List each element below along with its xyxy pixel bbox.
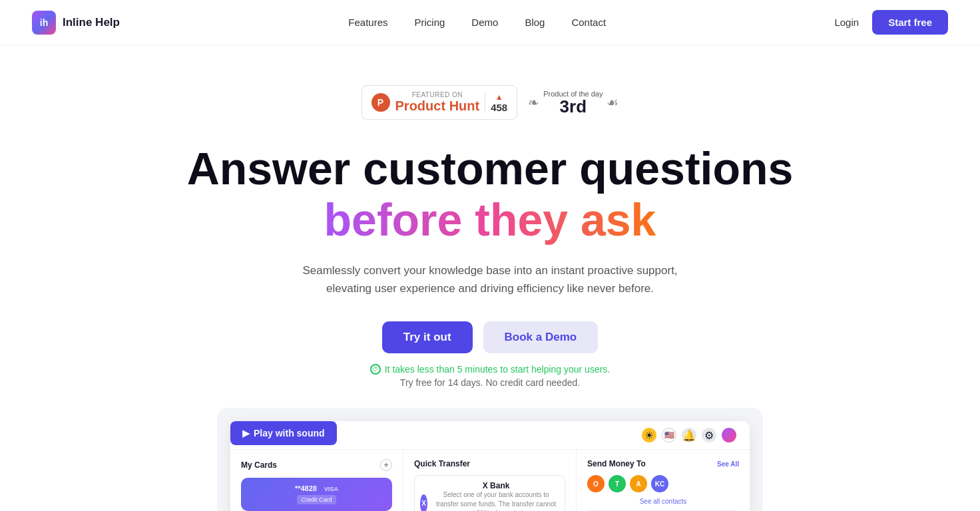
hero-note-free: Try free for 14 days. No credit card nee… <box>400 377 580 388</box>
ph-badges: P FEATURED ON Product Hunt ▲ 458 ❧ Produ… <box>362 85 619 120</box>
play-sound-button[interactable]: ▶ Play with sound <box>230 421 337 445</box>
logo-icon: ih <box>32 11 56 35</box>
transfer-item[interactable]: X X Bank Select one of your bank account… <box>414 475 565 511</box>
transfer-desc: Select one of your bank accounts to tran… <box>433 490 559 511</box>
avatar-2[interactable]: T <box>609 475 626 492</box>
credit-card: **4828 VISA Credit Card <box>241 478 392 511</box>
app-icons: ☀ 🇺🇸 🔔 ⚙ <box>642 428 736 442</box>
my-cards-col: My Cards + **4828 VISA Credit Card Card … <box>230 450 403 511</box>
ph-name: Product Hunt <box>395 98 480 114</box>
laurel-right-icon: ☙ <box>607 94 618 110</box>
ph-icon: P <box>371 93 390 112</box>
hero-ctas: Try it out Book a Demo <box>382 321 598 353</box>
hero-heading-line1: Answer customer questions <box>187 143 794 194</box>
ph-badge-text: FEATURED ON Product Hunt <box>395 91 480 114</box>
play-icon: ▶ <box>242 428 250 438</box>
hero-heading-line2: before they ask <box>324 194 656 245</box>
sun-icon: ☀ <box>642 428 656 442</box>
settings-icon[interactable]: ⚙ <box>702 428 716 442</box>
see-all-link[interactable]: See All <box>717 460 739 468</box>
navbar: ih Inline Help Features Pricing Demo Blo… <box>0 0 980 45</box>
card-number: **4828 VISA <box>249 484 384 492</box>
laurel-left-icon: ❧ <box>528 94 539 110</box>
bell-icon[interactable]: 🔔 <box>682 428 696 442</box>
quick-transfer-col: Quick Transfer X X Bank Select one of yo… <box>403 450 577 511</box>
hero-note-time: ⏱ It takes less than 5 minutes to start … <box>370 364 611 375</box>
quick-transfer-title: Quick Transfer <box>414 459 565 468</box>
hero-section: P FEATURED ON Product Hunt ▲ 458 ❧ Produ… <box>0 45 980 511</box>
ph-arrow-icon: ▲ <box>495 92 503 102</box>
clock-icon: ⏱ <box>370 364 381 375</box>
avatar-3[interactable]: A <box>630 475 647 492</box>
logo-text: Inline Help <box>63 16 120 29</box>
demo-section: ▶ Play with sound ☰ Overview ☀ 🇺🇸 🔔 ⚙ <box>204 408 776 511</box>
ph-count: 458 <box>491 102 507 113</box>
my-cards-title: My Cards + <box>241 459 392 471</box>
nav-features[interactable]: Features <box>348 17 387 28</box>
nav-actions: Login Start free <box>834 10 948 35</box>
add-card-button[interactable]: + <box>380 459 392 471</box>
try-it-out-button[interactable]: Try it out <box>382 321 473 353</box>
logo-link[interactable]: ih Inline Help <box>32 11 120 35</box>
potd-rank: 3rd <box>543 98 603 115</box>
transfer-details: X Bank Select one of your bank accounts … <box>433 481 559 511</box>
ph-count-box: ▲ 458 <box>485 92 507 113</box>
potd-text: Product of the day 3rd <box>543 90 603 115</box>
transfer-bank-icon: X <box>420 494 427 511</box>
nav-links: Features Pricing Demo Blog Contact <box>348 17 606 28</box>
nav-contact[interactable]: Contact <box>571 17 606 28</box>
transfer-bank-name: X Bank <box>433 481 559 490</box>
see-contacts-link[interactable]: See all contacts <box>587 498 739 505</box>
hero-note: ⏱ It takes less than 5 minutes to start … <box>370 364 611 388</box>
nav-demo[interactable]: Demo <box>471 17 498 28</box>
ph-featured-label: FEATURED ON <box>395 91 480 98</box>
app-content: My Cards + **4828 VISA Credit Card Card … <box>230 450 750 511</box>
demo-card: ▶ Play with sound ☰ Overview ☀ 🇺🇸 🔔 ⚙ <box>217 408 763 511</box>
card-label: Credit Card <box>297 495 336 504</box>
hero-subtext: Seamlessly convert your knowledge base i… <box>290 261 690 297</box>
product-hunt-badge[interactable]: P FEATURED ON Product Hunt ▲ 458 <box>362 85 518 120</box>
avatar-row: O T A KC <box>587 475 739 492</box>
start-free-button[interactable]: Start free <box>872 10 948 35</box>
potd-badge: ❧ Product of the day 3rd ☙ <box>528 90 618 115</box>
nav-blog[interactable]: Blog <box>525 17 545 28</box>
avatar-1[interactable]: O <box>587 475 605 492</box>
user-avatar[interactable] <box>722 428 736 442</box>
book-demo-button[interactable]: Book a Demo <box>483 321 599 353</box>
flag-icon: 🇺🇸 <box>662 428 676 442</box>
send-money-col: Send Money To See All O T A KC See all c… <box>577 450 750 511</box>
avatar-4[interactable]: KC <box>651 475 668 492</box>
send-money-title: Send Money To See All <box>587 459 739 468</box>
login-link[interactable]: Login <box>834 17 859 28</box>
nav-pricing[interactable]: Pricing <box>415 17 445 28</box>
hero-heading: Answer customer questions before they as… <box>187 144 794 246</box>
